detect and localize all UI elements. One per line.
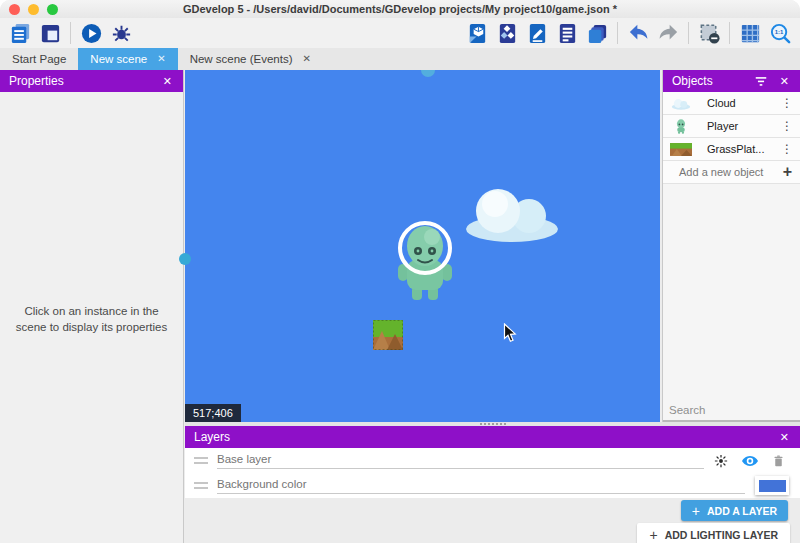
edit-properties-icon: [526, 22, 549, 45]
tab-close-icon[interactable]: ✕: [303, 54, 311, 64]
toolbar-separator: [729, 22, 730, 44]
object-groups-icon: [496, 22, 519, 45]
object-row-player[interactable]: Player ⋮: [663, 115, 800, 138]
layer-name-field[interactable]: Background color: [217, 478, 745, 494]
play-icon: [80, 22, 103, 45]
close-icon[interactable]: ✕: [778, 75, 791, 88]
toggle-mask-button[interactable]: [696, 20, 722, 46]
add-layer-label: ADD A LAYER: [707, 505, 777, 517]
layer-row-background-color: Background color: [185, 473, 800, 498]
tab-new-scene[interactable]: New scene ✕: [78, 48, 177, 70]
player-instance-selected[interactable]: [390, 214, 460, 304]
object-name: GrassPlat...: [707, 143, 781, 155]
player-thumbnail-icon: [670, 119, 692, 134]
project-manager-icon: [9, 22, 32, 45]
title-bar: GDevelop 5 - /Users/david/Documents/GDev…: [0, 0, 800, 18]
preview-button[interactable]: [78, 20, 104, 46]
search-input[interactable]: [669, 404, 800, 416]
grip-dots-icon: [480, 423, 506, 425]
minimize-window-button[interactable]: [28, 4, 39, 15]
scene-canvas[interactable]: 517;406: [185, 70, 660, 422]
toggle-grid-button[interactable]: [737, 20, 763, 46]
cloud-thumbnail-icon: [670, 96, 692, 111]
object-row-grassplatform[interactable]: GrassPlat... ⋮: [663, 138, 800, 161]
instances-list-icon: [556, 22, 579, 45]
zoom-window-button[interactable]: [47, 4, 58, 15]
tab-label: New scene: [90, 53, 147, 65]
open-object-groups-button[interactable]: [494, 20, 520, 46]
color-swatch: [759, 480, 786, 492]
open-layers-editor-button[interactable]: [584, 20, 610, 46]
bug-icon: [110, 22, 133, 45]
zoom-original-button[interactable]: 1:1: [767, 20, 793, 46]
properties-panel: Properties ✕ Click on an instance in the…: [0, 70, 184, 543]
layers-footer: + ADD A LAYER: [185, 498, 800, 523]
properties-empty-message: Click on an instance in the scene to dis…: [8, 303, 175, 335]
drag-handle-icon[interactable]: [194, 457, 208, 464]
layers-panel-grip[interactable]: [185, 422, 800, 426]
filter-icon[interactable]: [754, 76, 768, 87]
object-menu-icon[interactable]: ⋮: [781, 119, 793, 133]
svg-text:1:1: 1:1: [774, 29, 783, 35]
open-instances-list-button[interactable]: [554, 20, 580, 46]
window-title: GDevelop 5 - /Users/david/Documents/GDev…: [0, 0, 800, 18]
layer-name-field[interactable]: Base layer: [217, 453, 704, 469]
close-window-button[interactable]: [9, 4, 20, 15]
close-icon[interactable]: ✕: [778, 431, 791, 444]
toolbar-separator: [688, 22, 689, 44]
plus-icon: +: [692, 504, 700, 518]
object-menu-icon[interactable]: ⋮: [781, 142, 793, 156]
cloud-instance[interactable]: [462, 185, 562, 243]
layers-footer-lighting: + ADD LIGHTING LAYER: [185, 523, 800, 543]
tab-label: New scene (Events): [190, 53, 293, 65]
zoom-1-1-icon: 1:1: [769, 22, 792, 45]
toolbar-separator: [70, 22, 71, 44]
background-color-picker[interactable]: [755, 476, 789, 495]
grass-platform-instance[interactable]: [373, 320, 403, 350]
objects-editor-icon: [466, 22, 489, 45]
tab-label: Start Page: [12, 53, 66, 65]
drag-handle-icon[interactable]: [194, 482, 208, 489]
debug-button[interactable]: [108, 20, 134, 46]
window-controls: [9, 4, 58, 15]
layer-row-base: Base layer: [185, 448, 800, 473]
gdevelop-window: GDevelop 5 - /Users/david/Documents/GDev…: [0, 0, 800, 543]
add-lighting-layer-button[interactable]: + ADD LIGHTING LAYER: [637, 523, 790, 543]
undo-button[interactable]: [625, 20, 651, 46]
undo-icon: [627, 22, 650, 45]
add-lighting-layer-label: ADD LIGHTING LAYER: [665, 529, 778, 541]
open-scene-properties-button[interactable]: [524, 20, 550, 46]
start-page-button[interactable]: [37, 20, 63, 46]
plus-icon: +: [649, 528, 657, 542]
grid-icon: [739, 22, 762, 45]
objects-panel-header: Objects ✕: [663, 70, 800, 92]
plus-icon: +: [783, 164, 792, 180]
objects-search: [663, 399, 800, 422]
main-toolbar: 1:1: [0, 18, 800, 48]
object-row-cloud[interactable]: Cloud ⋮: [663, 92, 800, 115]
layers-panel-title: Layers: [194, 430, 778, 444]
object-menu-icon[interactable]: ⋮: [781, 96, 793, 110]
project-manager-button[interactable]: [7, 20, 33, 46]
add-layer-button[interactable]: + ADD A LAYER: [681, 500, 788, 521]
tab-new-scene-events[interactable]: New scene (Events) ✕: [178, 48, 323, 70]
layers-stack-icon: [586, 22, 609, 45]
add-object-label: Add a new object: [679, 166, 783, 178]
panel-resize-handle[interactable]: [179, 253, 191, 265]
redo-button[interactable]: [655, 20, 681, 46]
open-objects-editor-button[interactable]: [464, 20, 490, 46]
layers-panel: Layers ✕ Base layer Background color: [185, 422, 800, 543]
delete-layer-trash-icon[interactable]: [772, 454, 785, 468]
tab-close-icon[interactable]: ✕: [157, 54, 165, 64]
object-name: Player: [707, 120, 781, 132]
object-name: Cloud: [707, 97, 781, 109]
close-icon[interactable]: ✕: [161, 75, 174, 88]
panel-drag-handle[interactable]: [421, 70, 435, 77]
layer-effects-icon[interactable]: [714, 454, 728, 468]
window-icon: [39, 22, 62, 45]
mouse-cursor-icon: [503, 323, 517, 343]
layer-visibility-eye-icon[interactable]: [741, 454, 759, 468]
add-new-object-button[interactable]: Add a new object +: [663, 161, 800, 184]
tab-start-page[interactable]: Start Page: [0, 48, 78, 70]
editor-tabs: Start Page New scene ✕ New scene (Events…: [0, 48, 800, 70]
